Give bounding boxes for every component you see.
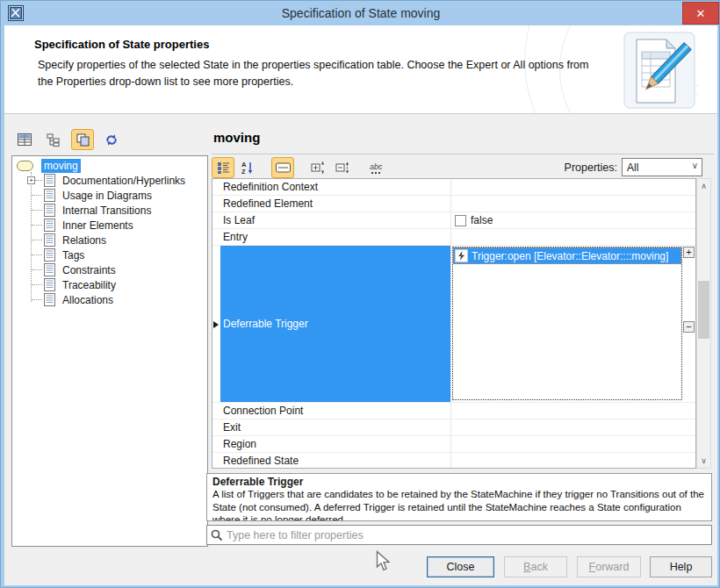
- page-icon: [44, 233, 55, 247]
- row-gutter: [212, 212, 220, 228]
- table-row[interactable]: Entry: [212, 229, 695, 246]
- property-label: Region: [220, 436, 450, 452]
- tree-item-inner-elements[interactable]: Inner Elements: [12, 218, 207, 233]
- tree-view-button[interactable]: [42, 129, 65, 150]
- property-value[interactable]: false: [450, 212, 695, 228]
- tree-item-moving[interactable]: moving: [12, 158, 207, 173]
- page-icon: [44, 278, 55, 291]
- containment-view-button[interactable]: [71, 129, 94, 150]
- categorized-view-button[interactable]: [212, 157, 234, 178]
- tree-item-traceability[interactable]: Traceability: [12, 277, 207, 292]
- abc-spelling-button[interactable]: abc: [366, 157, 389, 178]
- sort-alphabetic-button[interactable]: A Z: [236, 157, 259, 178]
- property-label: Redefinition Context: [220, 179, 450, 195]
- scrollbar-thumb[interactable]: [698, 281, 709, 339]
- tree-item-label: moving: [41, 159, 81, 173]
- table-row[interactable]: Region: [212, 436, 695, 453]
- property-value[interactable]: [450, 179, 695, 195]
- show-description-button[interactable]: [271, 157, 294, 178]
- remove-trigger-button[interactable]: −: [683, 321, 695, 333]
- description-title: Deferrable Trigger: [212, 476, 706, 488]
- page-icon: [44, 248, 55, 262]
- property-value: Trigger:open [Elevator::Elevator::::movi…: [450, 246, 695, 402]
- table-row-deferrable-trigger[interactable]: Deferrable Trigger Trigger:open [Elevato…: [212, 246, 695, 403]
- filter-properties-box[interactable]: [206, 525, 712, 545]
- tree-item-internal-transitions[interactable]: Internal Transitions: [12, 203, 207, 218]
- categorized-view-icon: [217, 161, 230, 175]
- scroll-down-button[interactable]: ∨: [697, 454, 710, 468]
- property-value[interactable]: [450, 229, 695, 245]
- property-value[interactable]: [450, 453, 695, 469]
- dialog-content: moving + Documentation/Hyperlinks Usa: [4, 114, 717, 585]
- property-value[interactable]: [450, 403, 695, 419]
- description-text: A list of Triggers that are candidates t…: [212, 488, 706, 521]
- page-icon: [44, 174, 55, 187]
- trigger-list-item[interactable]: Trigger:open [Elevator::Elevator::::movi…: [453, 247, 681, 264]
- table-row[interactable]: Redefined State: [212, 453, 695, 469]
- containment-view-icon: [76, 133, 90, 147]
- refresh-button[interactable]: [100, 129, 123, 150]
- tree-view-icon: [47, 133, 61, 147]
- collapse-nodes-button[interactable]: [331, 157, 354, 178]
- show-description-icon: [276, 162, 291, 173]
- is-leaf-checkbox[interactable]: [455, 215, 466, 226]
- help-button[interactable]: Help: [650, 556, 712, 577]
- search-icon: [211, 529, 223, 541]
- properties-table: Redefinition Context Redefined Element I…: [212, 178, 696, 469]
- tree-item-allocations[interactable]: Allocations: [12, 292, 207, 307]
- abc-spelling-icon: abc: [369, 161, 386, 175]
- page-icon: [44, 204, 55, 217]
- tree-item-label: Internal Transitions: [60, 204, 154, 218]
- header-title: Specification of State properties: [34, 38, 209, 51]
- tree-item-tags[interactable]: Tags: [12, 247, 207, 262]
- properties-mode-select[interactable]: All ∨: [622, 158, 702, 176]
- property-value[interactable]: [450, 419, 695, 435]
- expand-nodes-button[interactable]: [306, 157, 329, 178]
- table-row[interactable]: Exit: [212, 419, 695, 436]
- expand-node-icon[interactable]: +: [27, 176, 35, 184]
- tree-item-relations[interactable]: Relations: [12, 233, 207, 247]
- property-label: Entry: [220, 229, 450, 245]
- title-separator: [212, 154, 714, 154]
- page-icon: [44, 293, 55, 306]
- page-icon: [44, 189, 55, 202]
- window-title: Specification of State moving: [1, 1, 720, 25]
- trigger-list[interactable]: Trigger:open [Elevator::Elevator::::movi…: [452, 247, 682, 400]
- collapse-nodes-icon: [335, 161, 350, 175]
- table-row[interactable]: Is Leaf false: [212, 212, 695, 229]
- current-row-marker-icon: [213, 321, 219, 328]
- table-row[interactable]: Connection Point: [212, 403, 695, 419]
- property-label: Connection Point: [220, 403, 450, 419]
- containment-tree: moving + Documentation/Hyperlinks Usa: [11, 155, 208, 547]
- row-gutter: [212, 436, 220, 452]
- property-label: Redefined Element: [220, 196, 450, 212]
- table-view-button[interactable]: [13, 129, 36, 150]
- table-row[interactable]: Redefined Element: [212, 196, 695, 212]
- close-window-button[interactable]: ✕: [682, 2, 719, 25]
- property-value[interactable]: [450, 436, 695, 452]
- filter-properties-input[interactable]: [227, 529, 711, 541]
- tree-item-usage[interactable]: Usage in Diagrams: [12, 188, 207, 203]
- property-label: Redefined State: [220, 453, 450, 469]
- tree-item-constraints[interactable]: Constraints: [12, 262, 207, 277]
- page-icon: [44, 219, 55, 232]
- row-gutter: [212, 179, 220, 195]
- property-label: Deferrable Trigger: [220, 246, 450, 402]
- dialog-header: Specification of State properties Specif…: [4, 25, 717, 114]
- property-description-panel: Deferrable Trigger A list of Triggers th…: [206, 473, 712, 521]
- back-button: Back: [504, 556, 567, 577]
- properties-mode-label: Properties:: [558, 161, 617, 174]
- table-row[interactable]: Redefinition Context: [212, 179, 695, 196]
- tree-item-documentation[interactable]: + Documentation/Hyperlinks: [12, 173, 207, 188]
- property-value[interactable]: [450, 196, 695, 212]
- table-scrollbar[interactable]: ∧ ∨: [696, 178, 711, 469]
- add-trigger-button[interactable]: +: [683, 247, 695, 258]
- property-label: Is Leaf: [220, 212, 450, 228]
- close-button[interactable]: Close: [427, 556, 494, 577]
- row-gutter: [212, 246, 220, 402]
- state-icon: [17, 161, 33, 171]
- tree-item-label: Documentation/Hyperlinks: [60, 174, 188, 188]
- tree-item-label: Allocations: [60, 293, 116, 307]
- titlebar[interactable]: Specification of State moving ✕: [1, 1, 720, 25]
- scroll-up-button[interactable]: ∧: [697, 179, 710, 193]
